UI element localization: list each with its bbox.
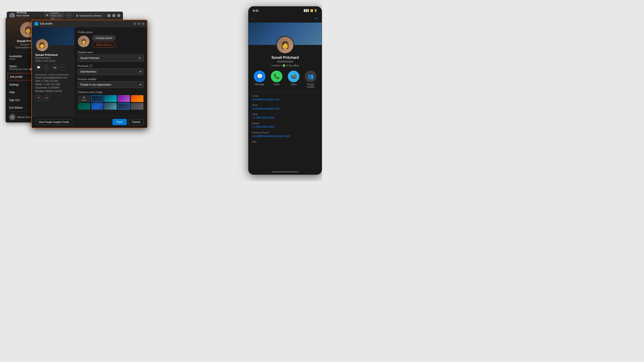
save-button[interactable]: Save bbox=[112, 119, 126, 125]
add-tab-button[interactable]: + bbox=[66, 13, 72, 18]
view-insights-button[interactable]: View People Insights Profile bbox=[35, 119, 72, 125]
preview-mail-button[interactable]: ✉ bbox=[44, 95, 50, 101]
modal-body: 👩 Sonali Pritchard She/Her/Hers Active •… bbox=[32, 27, 147, 116]
people-insights-icon: 👥 bbox=[305, 71, 316, 82]
modal-footer: View People Insights Profile Save Cancel bbox=[32, 116, 147, 128]
mobile-action-buttons: 💬 Message 📞 Audio 📹 Video 👥 PeopleInsigh… bbox=[248, 67, 322, 92]
cover-image-field: Choose a cover image ⊘ None bbox=[78, 91, 144, 110]
change-picture-button[interactable]: Change picture bbox=[92, 35, 116, 41]
cover-option-7[interactable] bbox=[104, 103, 117, 110]
chevron-down-icon-2: ▾ bbox=[140, 83, 141, 86]
nav-prev-button[interactable]: ‹ bbox=[34, 13, 37, 18]
connect-device-button[interactable]: 🖥 Connect to a device bbox=[73, 13, 104, 18]
clear-icon[interactable]: ✕ bbox=[138, 56, 141, 60]
cover-image-grid: ⊘ None bbox=[78, 95, 144, 110]
pronouns-label: Pronouns i bbox=[78, 64, 144, 67]
display-name-field: Display name Sonali Pritchard ✕ bbox=[78, 51, 144, 62]
audio-icon: 📞 bbox=[271, 71, 282, 82]
modal-window-controls bbox=[134, 22, 144, 25]
display-name-input[interactable]: Sonali Pritchard ✕ bbox=[78, 54, 144, 62]
status-value: Working from home 🏠 bbox=[9, 68, 32, 70]
mobile-message-action[interactable]: 💬 Message bbox=[254, 71, 266, 88]
mobile-value[interactable]: +1 555-555-3333 bbox=[252, 125, 318, 128]
modal-action-buttons: Save Cancel bbox=[112, 119, 144, 125]
home-indicator bbox=[272, 171, 298, 172]
cover-none-option[interactable]: ⊘ None bbox=[78, 95, 90, 102]
cover-option-6[interactable] bbox=[91, 103, 104, 110]
cover-option-9[interactable] bbox=[131, 103, 144, 110]
cover-option-5[interactable] bbox=[78, 103, 90, 110]
preview-name: Sonali Pritchard bbox=[32, 53, 74, 56]
preview-avatar-area: 👩 bbox=[32, 38, 74, 52]
modal-close-button[interactable] bbox=[142, 22, 144, 25]
audio-label: Audio bbox=[274, 83, 280, 86]
modal-title: Edit profile bbox=[40, 22, 132, 25]
no-cover-icon: ⊘ bbox=[83, 96, 86, 99]
contact-title: Title bbox=[252, 140, 318, 143]
availability-value: Active bbox=[9, 58, 22, 60]
personal-room-value[interactable]: sonali@example.domain.com bbox=[252, 134, 318, 138]
modal-minimize-button[interactable] bbox=[134, 22, 136, 25]
preview-manager: Manager: Barbara German bbox=[32, 89, 74, 93]
people-insights-label: PeopleInsights bbox=[307, 83, 314, 88]
mobile-nav-bar: ‹ ✏ bbox=[248, 14, 322, 22]
cover-option-3[interactable] bbox=[118, 95, 130, 102]
contact-work-phone: Work +1 555-555-3333 bbox=[252, 113, 318, 119]
profile-picture-section: Profile picture 👩 Change picture Delete … bbox=[78, 31, 144, 47]
mobile-profile-pronouns: She/Her/Hers bbox=[252, 60, 318, 63]
work-value[interactable]: sonali@example.com bbox=[252, 107, 318, 110]
delete-picture-button[interactable]: Delete picture bbox=[92, 42, 116, 47]
cover-option-1[interactable] bbox=[91, 95, 104, 102]
preview-call-button[interactable]: 📞 bbox=[44, 64, 50, 71]
preview-message-button[interactable]: 💬 bbox=[35, 64, 42, 71]
mobile-edit-button[interactable]: ✏ bbox=[315, 16, 318, 21]
cover-option-2[interactable] bbox=[104, 95, 117, 102]
mobile-cover-image: 👩 bbox=[248, 22, 322, 45]
modal-maximize-button[interactable] bbox=[138, 22, 140, 25]
email-label: Email bbox=[252, 94, 318, 97]
display-name-label: Display name bbox=[78, 51, 144, 54]
window-controls bbox=[107, 14, 120, 17]
contact-mobile: Mobile +1 555-555-3333 bbox=[252, 122, 318, 128]
pronoun-visibility-select[interactable]: People in my organization ▾ bbox=[78, 81, 144, 88]
modal-form-panel: Profile picture 👩 Change picture Delete … bbox=[74, 27, 147, 116]
mobile-profile-status: ● Active • 🟢 In the office bbox=[252, 64, 318, 67]
preview-more-button[interactable]: ⋯ bbox=[60, 64, 66, 71]
status-label: Status bbox=[9, 65, 32, 68]
preview-video-button[interactable]: 📹 bbox=[52, 64, 58, 71]
search-icon: 🔍 bbox=[46, 14, 49, 17]
search-placeholder: Search, meet, and call bbox=[50, 12, 62, 20]
preview-pronouns: She/Her/Hers bbox=[32, 56, 74, 59]
signal-icon: ▋▋▋ bbox=[304, 9, 309, 12]
cover-option-8[interactable] bbox=[118, 103, 130, 110]
edit-profile-label: Edit profile bbox=[10, 75, 22, 78]
preview-department: Department: 512345678 bbox=[32, 86, 74, 89]
preview-email: Email: spritchard@example.com bbox=[32, 76, 74, 79]
status-dot: ● bbox=[272, 64, 273, 67]
pronoun-visibility-field: Pronoun visibility People in my organiza… bbox=[78, 78, 144, 88]
message-icon: 💬 bbox=[254, 71, 266, 82]
email-value[interactable]: sonali@example.com bbox=[252, 98, 318, 101]
contact-email: Email sonali@example.com bbox=[252, 94, 318, 101]
minimize-button[interactable] bbox=[107, 14, 110, 17]
maximize-button[interactable] bbox=[112, 14, 116, 17]
preview-location-button[interactable]: 📍 bbox=[35, 95, 42, 101]
profile-picture-label: Profile picture bbox=[78, 31, 144, 33]
modal-title-bar: Edit profile bbox=[32, 20, 147, 27]
mobile-profile-name: Sonali Pritchard bbox=[252, 56, 318, 60]
none-label: None bbox=[82, 99, 86, 101]
cancel-button[interactable]: Cancel bbox=[128, 119, 144, 125]
mobile-people-insights-action[interactable]: 👥 PeopleInsights bbox=[305, 71, 316, 88]
mobile-audio-action[interactable]: 📞 Audio bbox=[271, 71, 282, 88]
mobile-time: 9:41 bbox=[253, 9, 259, 12]
pronouns-select[interactable]: She/Her/Hers ▾ bbox=[78, 68, 144, 75]
cover-option-4[interactable] bbox=[131, 95, 144, 102]
mobile-back-button[interactable]: ‹ bbox=[252, 16, 253, 21]
mobile-video-action[interactable]: 📹 Video bbox=[288, 71, 300, 88]
work-phone-value[interactable]: +1 555-555-3333 bbox=[252, 116, 318, 119]
title-label: Title bbox=[252, 140, 318, 143]
close-button[interactable] bbox=[117, 14, 120, 17]
work-label: Work bbox=[252, 104, 318, 106]
wifi-icon: 📶 bbox=[310, 9, 313, 12]
nav-next-button[interactable]: › bbox=[39, 13, 42, 18]
